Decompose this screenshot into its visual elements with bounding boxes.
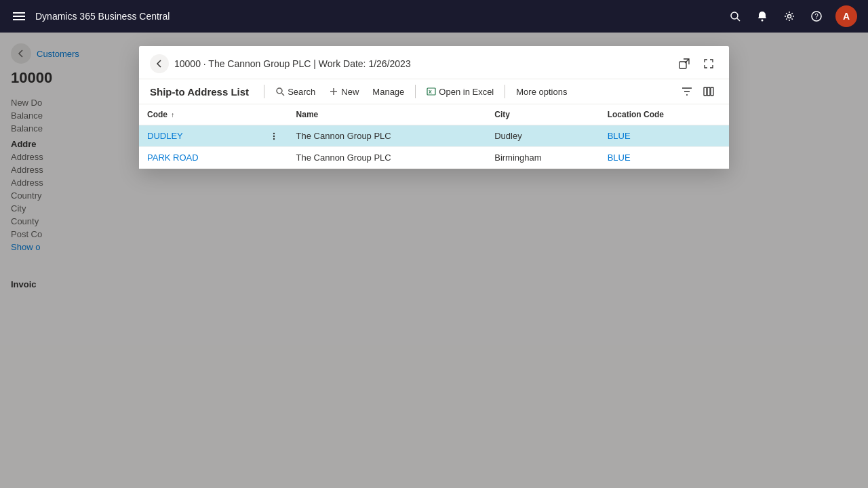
table-container: Code ↑ Name City Location Code DUDLE — [139, 104, 729, 169]
ship-to-address-table: Code ↑ Name City Location Code DUDLE — [139, 104, 729, 169]
cell-location-code: BLUE — [599, 147, 729, 169]
column-options-button[interactable] — [699, 82, 718, 101]
cell-row-menu — [260, 125, 288, 147]
new-button[interactable]: New — [322, 83, 366, 101]
svg-point-10 — [277, 88, 282, 94]
menu-icon[interactable] — [11, 8, 27, 24]
open-excel-button[interactable]: X Open in Excel — [420, 83, 500, 101]
svg-point-19 — [273, 132, 274, 134]
svg-point-5 — [762, 20, 764, 22]
filter-icon — [682, 86, 692, 97]
code-link[interactable]: PARK ROAD — [147, 152, 199, 163]
excel-icon: X — [427, 87, 436, 96]
svg-rect-1 — [13, 16, 25, 17]
dialog-header-left: 10000 · The Cannon Group PLC | Work Date… — [150, 54, 411, 73]
svg-line-4 — [737, 18, 740, 21]
help-icon[interactable]: ? — [808, 8, 825, 24]
filter-button[interactable] — [677, 82, 696, 101]
svg-rect-16 — [704, 87, 707, 96]
dialog-back-button[interactable] — [150, 54, 169, 73]
dialog: 10000 · The Cannon Group PLC | Work Date… — [139, 46, 729, 169]
cell-code: DUDLEY — [139, 125, 260, 147]
more-options-label: More options — [516, 87, 567, 97]
top-bar-icons: ? A — [727, 5, 857, 27]
svg-point-6 — [788, 15, 791, 18]
toolbar-right — [677, 82, 718, 101]
cell-location-code: BLUE — [599, 125, 729, 147]
table-row[interactable]: DUDLEY The Cannon Group PLC Dudley BLUE — [139, 125, 729, 147]
search-label: Search — [288, 87, 315, 97]
dialog-toolbar: Ship-to Address List Search New Manage — [139, 79, 729, 104]
search-icon[interactable] — [727, 8, 743, 24]
new-label: New — [341, 87, 359, 97]
manage-button[interactable]: Manage — [366, 83, 411, 101]
plus-icon — [329, 87, 338, 96]
svg-rect-0 — [13, 12, 25, 14]
svg-text:?: ? — [814, 13, 818, 20]
dialog-page-title: Ship-to Address List — [150, 86, 249, 98]
col-header-city[interactable]: City — [486, 104, 599, 125]
cell-row-menu — [260, 147, 288, 169]
sort-icon: ↑ — [171, 111, 174, 119]
col-header-code[interactable]: Code ↑ — [139, 104, 260, 125]
avatar[interactable]: A — [835, 5, 857, 27]
expand-button[interactable] — [699, 54, 718, 73]
modal-overlay: 10000 · The Cannon Group PLC | Work Date… — [0, 33, 868, 488]
popout-button[interactable] — [675, 54, 694, 73]
svg-rect-17 — [707, 87, 710, 96]
more-options-button[interactable]: More options — [509, 83, 574, 101]
col-header-name[interactable]: Name — [288, 104, 487, 125]
search-icon — [275, 87, 285, 96]
toolbar-separator-1 — [264, 85, 264, 98]
table-row[interactable]: PARK ROAD The Cannon Group PLC Birmingha… — [139, 147, 729, 169]
col-header-menu — [260, 104, 288, 125]
dialog-header-right — [675, 54, 718, 73]
svg-rect-18 — [711, 87, 713, 96]
open-excel-label: Open in Excel — [439, 87, 494, 97]
cell-code: PARK ROAD — [139, 147, 260, 169]
columns-icon — [703, 86, 714, 97]
svg-point-3 — [731, 12, 738, 19]
toolbar-separator-2 — [415, 85, 416, 98]
cell-city: Birmingham — [486, 147, 599, 169]
code-link[interactable]: DUDLEY — [147, 131, 183, 141]
toolbar-separator-3 — [505, 85, 505, 98]
search-button[interactable]: Search — [269, 83, 322, 101]
manage-label: Manage — [372, 87, 404, 97]
top-bar-left: Dynamics 365 Business Central — [11, 8, 170, 24]
svg-rect-2 — [13, 19, 25, 20]
col-header-location-code[interactable]: Location Code — [599, 104, 729, 125]
dialog-header: 10000 · The Cannon Group PLC | Work Date… — [139, 46, 729, 79]
app-brand: Dynamics 365 Business Central — [35, 11, 170, 22]
svg-text:X: X — [429, 89, 432, 94]
dialog-title: 10000 · The Cannon Group PLC | Work Date… — [174, 58, 411, 69]
cell-name: The Cannon Group PLC — [288, 147, 487, 169]
notification-icon[interactable] — [754, 8, 770, 24]
cell-city: Dudley — [486, 125, 599, 147]
settings-icon[interactable] — [781, 8, 797, 24]
cell-name: The Cannon Group PLC — [288, 125, 487, 147]
svg-point-21 — [273, 138, 274, 139]
row-menu-button[interactable] — [268, 131, 280, 141]
top-nav-bar: Dynamics 365 Business Central ? A — [0, 0, 868, 33]
svg-point-20 — [273, 135, 274, 136]
main-content: Customers 10000 New Do Balance Balance A… — [0, 33, 868, 488]
svg-line-11 — [282, 94, 285, 96]
